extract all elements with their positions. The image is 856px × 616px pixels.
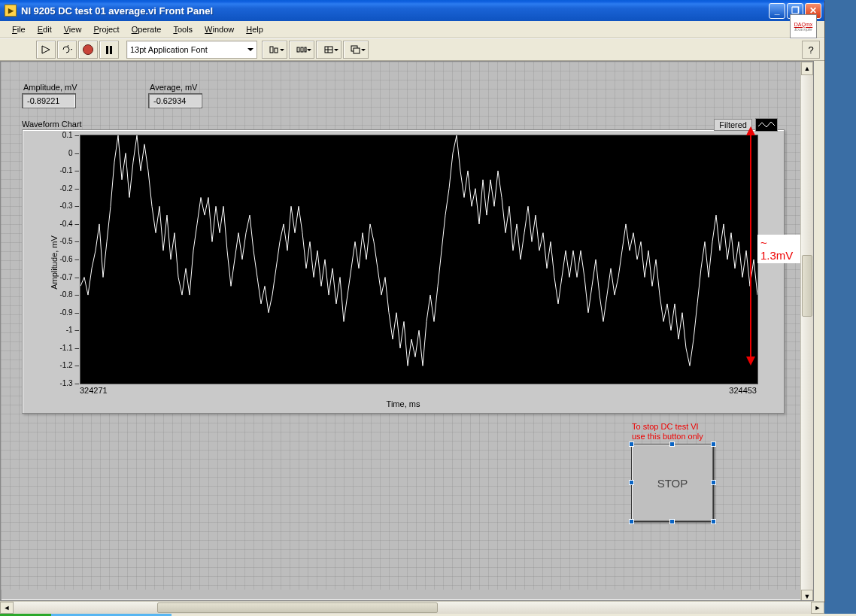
waveform-trace (80, 135, 757, 384)
menu-edit[interactable]: Edit (32, 23, 58, 35)
grid-background: Amplitude, mV -0.89221 Average, mV -0.62… (1, 62, 803, 590)
svg-rect-2 (275, 48, 278, 53)
pause-button[interactable] (99, 41, 119, 59)
stop-button[interactable]: STOP (631, 444, 714, 522)
range-value-annotation: ~ 1.3mV (757, 235, 803, 263)
svg-rect-4 (301, 47, 303, 52)
reorder-button[interactable] (343, 41, 369, 59)
run-continuous-icon (62, 45, 72, 54)
title-bar: ▶ NI 9205 DC test 01 average.vi Front Pa… (0, 0, 824, 21)
menu-tools[interactable]: Tools (167, 23, 199, 35)
waveform-chart[interactable]: Filtered Amplitude, mV 0.1 –0 –-0.1 –-0.… (22, 129, 785, 414)
selection-handle[interactable] (629, 480, 634, 485)
selection-handle[interactable] (669, 519, 675, 524)
toolbar: 13pt Application Font ? (0, 38, 824, 61)
vscroll-thumb[interactable] (802, 255, 812, 317)
vscroll-track[interactable] (801, 75, 813, 590)
stop-button-label: STOP (657, 477, 688, 490)
horizontal-scrollbar[interactable]: ◄ ► (0, 601, 824, 614)
selection-handle[interactable] (711, 442, 716, 447)
front-panel-window: ▶ NI 9205 DC test 01 average.vi Front Pa… (0, 0, 824, 602)
selection-handle[interactable] (629, 519, 634, 524)
hscroll-thumb[interactable] (157, 602, 438, 613)
menu-view[interactable]: View (58, 23, 88, 35)
menu-help[interactable]: Help (240, 23, 269, 35)
svg-rect-1 (270, 47, 273, 53)
selection-handle[interactable] (711, 519, 716, 524)
average-label: Average, mV (150, 83, 197, 92)
window-title: NI 9205 DC test 01 average.vi Front Pane… (21, 5, 769, 17)
labview-icon: ▶ (5, 5, 17, 17)
minimize-button[interactable]: _ (769, 3, 785, 19)
help-button[interactable]: ? (802, 41, 820, 59)
front-panel-canvas[interactable]: Amplitude, mV -0.89221 Average, mV -0.62… (0, 61, 814, 601)
menu-window[interactable]: Window (199, 23, 240, 35)
svg-rect-3 (297, 47, 299, 52)
menu-operate[interactable]: Operate (126, 23, 168, 35)
abort-icon (83, 44, 93, 55)
scroll-down-arrow[interactable]: ▼ (801, 590, 813, 601)
svg-rect-8 (354, 48, 360, 53)
menu-bar: File Edit View Project Operate Tools Win… (0, 21, 824, 38)
amplitude-label: Amplitude, mV (23, 83, 77, 92)
chart-title: Waveform Chart (22, 120, 82, 129)
run-continuous-button[interactable] (57, 41, 77, 59)
distribute-icon (296, 45, 307, 54)
scroll-up-arrow[interactable]: ▲ (801, 62, 813, 75)
help-icon: ? (808, 44, 813, 56)
align-icon (269, 45, 280, 54)
abort-button[interactable] (78, 41, 98, 59)
hscroll-track[interactable] (14, 602, 811, 614)
reorder-icon (351, 45, 361, 54)
y-axis-ticks: 0.1 –0 –-0.1 –-0.2 –-0.3 –-0.4 –-0.5 –-0… (53, 135, 79, 383)
menu-file[interactable]: File (6, 23, 32, 35)
selection-handle[interactable] (629, 442, 634, 447)
selection-handle[interactable] (669, 442, 675, 447)
scroll-right-arrow[interactable]: ► (811, 602, 824, 614)
pause-icon (106, 46, 112, 54)
run-arrow-icon (41, 45, 50, 54)
resize-objects-button[interactable] (316, 41, 341, 59)
x-axis-label: Time, ms (387, 399, 420, 408)
legend-swatch (755, 118, 778, 132)
daqmx-icon[interactable]: DAQmx Example (790, 14, 817, 38)
font-selector[interactable]: 13pt Application Font (126, 41, 257, 59)
chart-legend[interactable]: Filtered (714, 118, 778, 132)
average-indicator[interactable]: -0.62934 (148, 93, 202, 108)
stop-caption: To stop DC test VI use this button only (632, 422, 703, 442)
resize-icon (323, 45, 334, 54)
chart-plot-area (80, 135, 758, 384)
legend-label: Filtered (714, 119, 752, 131)
distribute-objects-button[interactable] (289, 41, 314, 59)
scroll-left-arrow[interactable]: ◄ (0, 602, 14, 614)
menu-project[interactable]: Project (87, 23, 125, 35)
selection-handle[interactable] (711, 480, 716, 485)
svg-rect-5 (305, 47, 306, 52)
amplitude-indicator[interactable]: -0.89221 (22, 93, 76, 108)
run-button[interactable] (36, 41, 56, 59)
vertical-scrollbar[interactable]: ▲ ▼ (800, 62, 813, 600)
svg-marker-0 (42, 46, 50, 53)
align-objects-button[interactable] (262, 41, 287, 59)
